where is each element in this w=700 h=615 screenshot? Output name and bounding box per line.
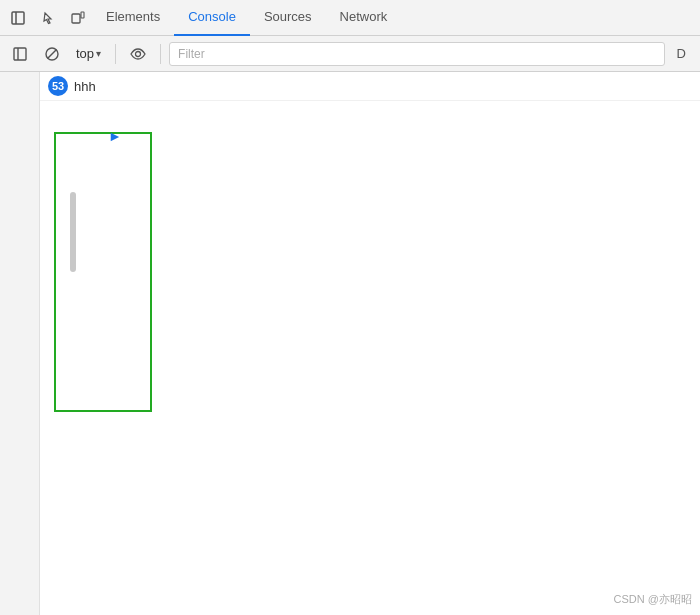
tab-network[interactable]: Network	[326, 0, 402, 36]
collapse-panel-icon[interactable]	[4, 4, 32, 32]
toolbar-divider-2	[160, 44, 161, 64]
log-entry[interactable]: 53 hhh	[40, 72, 700, 101]
svg-rect-0	[12, 12, 24, 24]
expand-arrow-icon[interactable]: ►	[108, 128, 122, 144]
log-text: hhh	[74, 79, 96, 94]
main-content: 53 hhh ►	[0, 72, 700, 615]
tab-bar: Elements Console Sources Network	[0, 0, 700, 36]
svg-rect-2	[72, 14, 80, 23]
inspect-icon[interactable]	[36, 4, 64, 32]
clear-console-button[interactable]	[38, 40, 66, 68]
live-expressions-button[interactable]	[124, 40, 152, 68]
log-level-label[interactable]: D	[669, 46, 694, 61]
device-toggle-icon[interactable]	[64, 4, 92, 32]
filter-input[interactable]	[169, 42, 665, 66]
highlighted-scroll-region	[57, 135, 149, 409]
tab-sources[interactable]: Sources	[250, 0, 326, 36]
console-toolbar: top ▾ D	[0, 36, 700, 72]
log-count-badge: 53	[48, 76, 68, 96]
svg-line-7	[48, 49, 57, 58]
svg-rect-4	[14, 48, 26, 60]
svg-point-8	[136, 51, 141, 56]
chevron-down-icon: ▾	[96, 48, 101, 59]
toolbar-divider	[115, 44, 116, 64]
sidebar-toggle-button[interactable]	[6, 40, 34, 68]
inner-scrollbar[interactable]	[70, 192, 76, 272]
tab-elements[interactable]: Elements	[92, 0, 174, 36]
context-selector[interactable]: top ▾	[70, 44, 107, 63]
left-sidebar	[0, 72, 40, 615]
console-output-area[interactable]: 53 hhh ►	[40, 72, 700, 615]
svg-rect-3	[81, 12, 84, 18]
tab-console[interactable]: Console	[174, 0, 250, 36]
watermark-text: CSDN @亦昭昭	[614, 592, 692, 607]
